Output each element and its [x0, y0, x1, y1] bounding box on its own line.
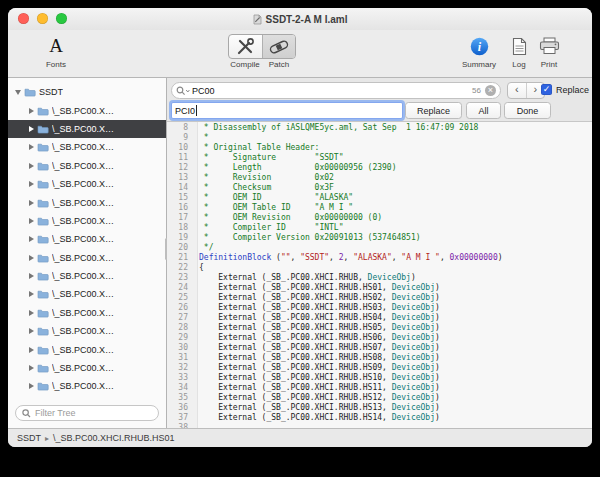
code-line[interactable]: 35 External (_SB_.PC00.XHCI.RHUB.HS12, D… [167, 393, 592, 403]
summary-button[interactable]: i Summary [459, 33, 499, 69]
code-line[interactable]: 36 External (_SB_.PC00.XHCI.RHUB.HS13, D… [167, 403, 592, 413]
find-previous-button[interactable]: ‹ [508, 83, 526, 98]
tree-item[interactable]: \_SB.PC00.X… [8, 304, 166, 322]
code-line[interactable]: 22{ [167, 263, 592, 273]
disclosure-triangle-icon[interactable] [29, 218, 34, 224]
tree-item[interactable]: \_SB.PC00.X… [8, 193, 166, 211]
line-number: 25 [167, 293, 193, 303]
content-area: SSDT\_SB.PC00.X…\_SB.PC00.X…\_SB.PC00.X…… [8, 78, 592, 428]
tree-item[interactable]: \_SB.PC00.X… [8, 157, 166, 175]
code-line[interactable]: 23 External (_SB_.PC00.XHCI.RHUB, Device… [167, 273, 592, 283]
code-line[interactable]: 19 * Compiler Version 0x20091013 (537464… [167, 233, 592, 243]
code-line[interactable]: 30 External (_SB_.PC00.XHCI.RHUB.HS07, D… [167, 343, 592, 353]
code-text: External (_SB_.PC00.XHCI.RHUB.HS02, Devi… [193, 293, 440, 303]
code-line[interactable]: 20 */ [167, 243, 592, 253]
line-number: 22 [167, 263, 193, 273]
disclosure-triangle-icon[interactable] [29, 365, 34, 371]
print-button[interactable]: Print [532, 33, 566, 69]
tree-item-label: \_SB.PC00.X… [52, 381, 114, 391]
tree-item[interactable]: \_SB.PC00.X… [8, 322, 166, 340]
disclosure-triangle-icon[interactable] [29, 273, 34, 279]
disclosure-triangle-icon[interactable] [29, 347, 34, 353]
tree-item[interactable]: \_SB.PC00.X… [8, 120, 166, 138]
replace-button[interactable]: Replace [405, 102, 462, 119]
patch-label: Patch [262, 60, 296, 69]
tree-item[interactable]: \_SB.PC00.X… [8, 340, 166, 358]
code-line[interactable]: 18 * Compiler ID "INTL" [167, 223, 592, 233]
print-label: Print [532, 60, 566, 69]
disclosure-triangle-icon[interactable] [29, 310, 34, 316]
replace-all-button[interactable]: All [466, 102, 501, 119]
code-line[interactable]: 25 External (_SB_.PC00.XHCI.RHUB.HS02, D… [167, 293, 592, 303]
tree-item[interactable]: \_SB.PC00.X… [8, 267, 166, 285]
log-button[interactable]: Log [504, 33, 534, 69]
tree-item[interactable]: \_SB.PC00.X… [8, 359, 166, 377]
disclosure-triangle-icon[interactable] [29, 181, 34, 187]
clear-search-icon[interactable] [485, 85, 496, 96]
line-number: 14 [167, 183, 193, 193]
tree-item[interactable]: \_SB.PC00.X… [8, 285, 166, 303]
code-lines: 8 * Disassembly of iASLQME5yc.aml, Sat S… [167, 122, 592, 428]
code-line[interactable]: 11 * Signature "SSDT" [167, 153, 592, 163]
disclosure-triangle-icon[interactable] [15, 90, 21, 95]
disclosure-triangle-icon[interactable] [29, 144, 34, 150]
disclosure-triangle-icon[interactable] [29, 328, 34, 334]
tree-root-row[interactable]: SSDT [8, 83, 166, 101]
title-bar[interactable]: SSDT-2-A M I.aml [8, 8, 592, 30]
code-line[interactable]: 8 * Disassembly of iASLQME5yc.aml, Sat S… [167, 123, 592, 133]
code-line[interactable]: 24 External (_SB_.PC00.XHCI.RHUB.HS01, D… [167, 283, 592, 293]
code-line[interactable]: 13 * Revision 0x02 [167, 173, 592, 183]
patch-button[interactable] [262, 35, 296, 58]
disclosure-triangle-icon[interactable] [29, 200, 34, 206]
done-button[interactable]: Done [504, 102, 551, 119]
line-number: 18 [167, 223, 193, 233]
code-line[interactable]: 14 * Checksum 0x3F [167, 183, 592, 193]
disclosure-triangle-icon[interactable] [29, 108, 34, 114]
code-line[interactable]: 9 * [167, 133, 592, 143]
find-steppers: ‹ › [507, 82, 545, 99]
search-input[interactable]: PC00 56 [171, 82, 501, 99]
disclosure-triangle-icon[interactable] [29, 255, 34, 261]
tree-item[interactable]: \_SB.PC00.X… [8, 212, 166, 230]
code-line[interactable]: 17 * OEM Revision 0x00000000 (0) [167, 213, 592, 223]
disclosure-triangle-icon[interactable] [29, 291, 34, 297]
tree-item[interactable]: \_SB.PC00.X… [8, 249, 166, 267]
code-line[interactable]: 33 External (_SB_.PC00.XHCI.RHUB.HS10, D… [167, 373, 592, 383]
code-line[interactable]: 12 * Length 0x00000956 (2390) [167, 163, 592, 173]
code-line[interactable]: 21DefinitionBlock ("", "SSDT", 2, "ALASK… [167, 253, 592, 263]
code-line[interactable]: 16 * OEM Table ID "A M I " [167, 203, 592, 213]
disclosure-triangle-icon[interactable] [29, 163, 34, 169]
code-line[interactable]: 29 External (_SB_.PC00.XHCI.RHUB.HS06, D… [167, 333, 592, 343]
code-editor[interactable]: 8 * Disassembly of iASLQME5yc.aml, Sat S… [167, 122, 592, 428]
disclosure-triangle-icon[interactable] [29, 126, 34, 132]
code-line[interactable]: 27 External (_SB_.PC00.XHCI.RHUB.HS04, D… [167, 313, 592, 323]
breadcrumb-path[interactable]: \_SB.PC00.XHCI.RHUB.HS01 [53, 433, 175, 443]
fonts-button[interactable]: A Fonts [38, 33, 74, 69]
code-line[interactable]: 15 * OEM ID "ALASKA" [167, 193, 592, 203]
code-line[interactable]: 31 External (_SB_.PC00.XHCI.RHUB.HS08, D… [167, 353, 592, 363]
code-line[interactable]: 34 External (_SB_.PC00.XHCI.RHUB.HS11, D… [167, 383, 592, 393]
tree-item[interactable]: \_SB.PC00.X… [8, 175, 166, 193]
folder-icon [37, 326, 49, 336]
filter-tree-field[interactable]: Filter Tree [15, 405, 159, 421]
disclosure-triangle-icon[interactable] [29, 236, 34, 242]
tree-item[interactable]: \_SB.PC00.X… [8, 101, 166, 119]
code-line[interactable]: 37 External (_SB_.PC00.XHCI.RHUB.HS14, D… [167, 413, 592, 423]
code-text: * OEM Revision 0x00000000 (0) [193, 213, 382, 223]
compile-button[interactable] [229, 35, 262, 58]
code-line[interactable]: 32 External (_SB_.PC00.XHCI.RHUB.HS09, D… [167, 363, 592, 373]
checkbox-checked-icon [541, 84, 552, 95]
tree-item[interactable]: \_SB.PC00.X… [8, 138, 166, 156]
code-line[interactable]: 26 External (_SB_.PC00.XHCI.RHUB.HS03, D… [167, 303, 592, 313]
code-line[interactable]: 28 External (_SB_.PC00.XHCI.RHUB.HS05, D… [167, 323, 592, 333]
breadcrumb-root[interactable]: SSDT [17, 433, 41, 443]
replace-checkbox[interactable]: Replace [541, 84, 589, 95]
tree-item[interactable]: \_SB.PC00.X… [8, 230, 166, 248]
code-text: External (_SB_.PC00.XHCI.RHUB.HS07, Devi… [193, 343, 440, 353]
tree-item[interactable]: \_SB.PC00.X… [8, 377, 166, 395]
tree-item-label: \_SB.PC00.X… [52, 253, 114, 263]
replace-input[interactable]: PCI0 [171, 102, 403, 119]
code-line[interactable]: 10 * Original Table Header: [167, 143, 592, 153]
disclosure-triangle-icon[interactable] [29, 383, 34, 389]
printer-icon [539, 37, 560, 55]
